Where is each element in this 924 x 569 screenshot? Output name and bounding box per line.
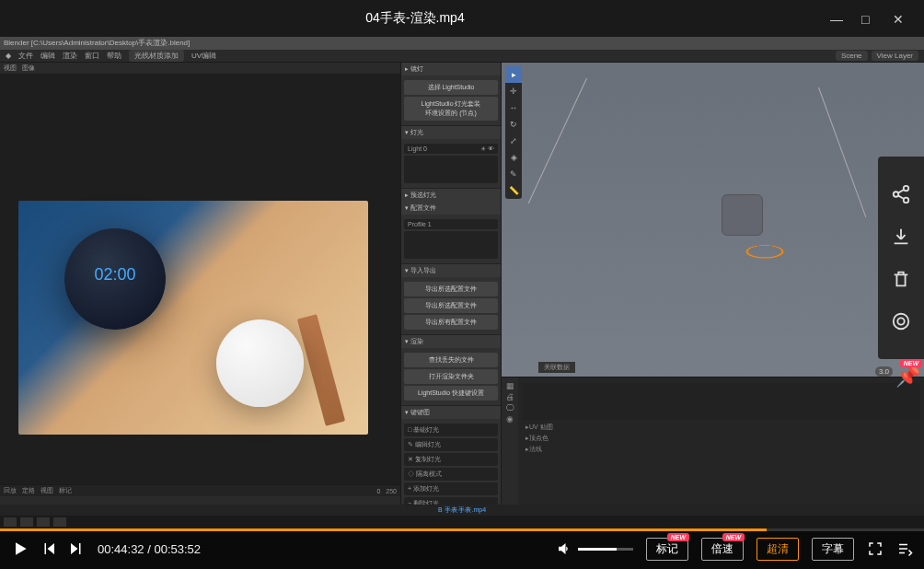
menu-window[interactable]: 窗口 <box>85 51 99 61</box>
panel-export[interactable]: ▾ 导入导出 <box>401 264 501 277</box>
window-close[interactable]: ✕ <box>893 12 906 25</box>
lightstudio-panel[interactable]: ▸ 镜灯 选择 LightStudio LightStudio 灯光套装环境设置… <box>400 63 502 528</box>
delete-icon[interactable] <box>891 269 911 289</box>
menu-file[interactable]: 文件 <box>18 51 33 61</box>
rotation-gizmo[interactable] <box>746 232 783 269</box>
op-item[interactable]: ✎ 编辑灯光 <box>404 438 498 451</box>
download-icon[interactable] <box>891 226 911 247</box>
panel-header-light[interactable]: ▾ 灯光 <box>401 126 501 139</box>
taskbar-item[interactable] <box>53 517 66 527</box>
tool-select[interactable]: ▸ <box>505 66 522 83</box>
menu-edit[interactable]: 编辑 <box>40 51 55 61</box>
scene-selector[interactable]: Scene <box>836 51 868 61</box>
svg-point-5 <box>894 314 909 330</box>
pin-icon[interactable]: 📌 <box>895 365 920 389</box>
progress-bar[interactable] <box>0 528 924 531</box>
viewport-overlay-label[interactable]: 关联数据 <box>538 362 575 373</box>
new-badge: NEW <box>667 533 689 541</box>
prop-tab-render-icon[interactable]: ▦ <box>506 381 514 390</box>
profile-select[interactable]: Profile 1 <box>404 219 498 229</box>
panel-keymap[interactable]: ▾ 键键图 <box>401 406 501 419</box>
taskbar-item[interactable] <box>37 517 50 527</box>
viewlayer-selector[interactable]: View Layer <box>872 51 918 61</box>
svg-point-1 <box>894 192 899 197</box>
tool-cursor[interactable]: ✛ <box>505 83 522 99</box>
image-menu[interactable]: 图像 <box>22 64 35 73</box>
playlist-icon[interactable] <box>896 540 913 557</box>
prev-button[interactable] <box>40 540 57 557</box>
frame-start[interactable]: 0 <box>376 488 380 494</box>
frame-end[interactable]: 250 <box>386 488 397 494</box>
blender-statusbar: B 手表 手表.mp4 <box>0 505 924 516</box>
render-viewport[interactable] <box>0 74 400 484</box>
btn-hotkeys[interactable]: LightStudio 快捷键设置 <box>404 386 498 401</box>
view-menu[interactable]: 视图 <box>4 64 17 73</box>
new-badge: NEW <box>722 533 745 541</box>
prop-vcol[interactable]: ▸ 顶点色 <box>522 433 920 444</box>
panel-header-lights[interactable]: ▸ 镜灯 <box>401 63 501 75</box>
op-item[interactable]: □ 基础灯光 <box>404 424 498 436</box>
op-item[interactable]: ✕ 复制灯光 <box>404 453 498 466</box>
numpad-indicator: 3.0 <box>875 366 893 377</box>
menu-render[interactable]: 渲染 <box>63 51 77 61</box>
prop-uv[interactable]: ▸ UV 贴图 <box>522 422 920 433</box>
speed-button[interactable]: 倍速 NEW <box>701 538 744 561</box>
tl-markers[interactable]: 标记 <box>59 486 72 495</box>
panel-profile[interactable]: ▾ 配置文件 <box>401 202 501 215</box>
watch-dark <box>64 228 166 330</box>
svg-point-6 <box>897 318 904 324</box>
tool-measure[interactable]: 📏 <box>505 182 522 199</box>
prop-field[interactable] <box>522 383 920 420</box>
btn-find-missing[interactable]: 查找丢失的文件 <box>404 353 498 367</box>
op-item[interactable]: ◇ 隔离模式 <box>404 468 498 481</box>
time-display: 00:44:32 / 00:53:52 <box>98 542 201 556</box>
tool-scale[interactable]: ⤢ <box>505 133 522 149</box>
prop-tab-scene-icon[interactable]: ◉ <box>506 414 514 424</box>
panel-render[interactable]: ▾ 渲染 <box>401 335 501 348</box>
workspace-tab-uv[interactable]: UV编辑 <box>191 51 216 61</box>
volume-slider[interactable] <box>578 548 633 551</box>
prop-tab-output-icon[interactable]: 🖨 <box>506 392 514 401</box>
video-title: 04手表-渲染.mp4 <box>0 10 830 27</box>
svg-point-0 <box>904 186 909 192</box>
watch-3d-object[interactable] <box>722 194 763 236</box>
tl-playback[interactable]: 回放 <box>4 486 17 495</box>
btn-export-1[interactable]: 导出所选配置文件 <box>404 282 498 296</box>
svg-line-4 <box>898 195 904 199</box>
next-button[interactable] <box>68 540 85 557</box>
new-badge: NEW <box>900 359 922 367</box>
btn-export-3[interactable]: 导出所有配置文件 <box>404 315 498 330</box>
blender-titlebar: Blender [C:\Users\Administrator\Desktop\… <box>0 37 924 50</box>
btn-export-2[interactable]: 导出所选配置文件 <box>404 298 498 313</box>
panel-preset-lights[interactable]: ▸ 预选灯光 <box>401 189 501 202</box>
taskbar-item[interactable] <box>20 517 33 527</box>
workspace-tab-light[interactable]: 光线材质添加 <box>129 50 184 62</box>
btn-lightstudio-set[interactable]: LightStudio 灯光套装环境设置的 (节点) <box>404 97 498 121</box>
tool-annotate[interactable]: ✎ <box>505 166 522 182</box>
tool-transform[interactable]: ◈ <box>505 149 522 166</box>
prop-normal[interactable]: ▸ 法线 <box>522 444 920 455</box>
blender-logo-icon[interactable]: ◆ <box>6 52 11 60</box>
light-item[interactable]: Light 0 ☀ 👁 <box>404 144 498 154</box>
subtitle-button[interactable]: 字幕 <box>812 538 854 561</box>
btn-select-lightstudio[interactable]: 选择 LightStudio <box>404 80 498 95</box>
tl-view[interactable]: 视图 <box>40 486 53 495</box>
play-button[interactable] <box>11 540 29 558</box>
mark-button[interactable]: 标记 NEW <box>646 538 688 561</box>
volume-icon[interactable] <box>556 540 572 557</box>
taskbar-item[interactable] <box>4 517 17 527</box>
tool-rotate[interactable]: ↻ <box>505 116 522 133</box>
window-minimize[interactable]: — <box>830 12 843 25</box>
tool-move[interactable]: ↔ <box>505 99 522 116</box>
tl-keying[interactable]: 定格 <box>22 486 35 495</box>
target-icon[interactable] <box>891 311 911 331</box>
fullscreen-icon[interactable] <box>867 540 884 557</box>
3d-viewport[interactable]: ▸ ✛ ↔ ↻ ⤢ ◈ ✎ 📏 关联数据 <box>502 63 924 377</box>
window-maximize[interactable]: □ <box>861 12 874 25</box>
op-item[interactable]: + 添加灯光 <box>404 482 498 495</box>
prop-tab-view-icon[interactable]: 🖵 <box>506 403 514 412</box>
menu-help[interactable]: 帮助 <box>107 51 121 61</box>
quality-button[interactable]: 超清 <box>757 538 799 561</box>
share-icon[interactable] <box>891 184 911 204</box>
btn-open-folder[interactable]: 打开渲染文件夹 <box>404 369 498 384</box>
